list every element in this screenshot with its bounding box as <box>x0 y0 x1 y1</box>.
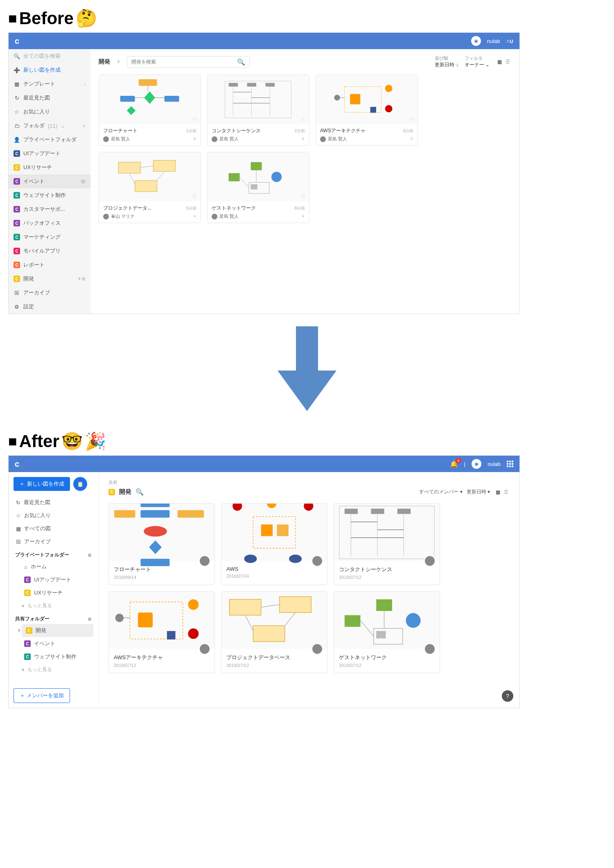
add-shared-folder[interactable]: ⊕ <box>88 616 92 622</box>
diagram-card[interactable]: ☆ AWSアーキテクチャ4分前 星島 賢人⚘ <box>316 75 418 146</box>
private-folder[interactable]: 👤 プライベートフォルダ <box>9 133 90 147</box>
list-view-button[interactable]: ☰ <box>502 488 510 496</box>
settings-item[interactable]: ⚙ 設定 <box>9 300 90 314</box>
folder-item-label: イベント <box>23 178 45 185</box>
org-icon[interactable]: ◉ <box>471 36 481 46</box>
share-gear-icon[interactable]: ⚘⚙ <box>77 276 86 282</box>
sidebar-folder-item[interactable]: Cモバイルアプリ <box>9 244 90 258</box>
sidebar-folder-item[interactable]: C開発⚘⚙ <box>9 272 90 286</box>
template-button[interactable]: 📋 <box>73 477 87 491</box>
sidebar-folder-item[interactable]: Cマーケティング <box>9 230 90 244</box>
grid-view-button[interactable]: ▦ <box>496 58 503 66</box>
svg-rect-68 <box>167 631 176 640</box>
sidebar-folder-item[interactable]: Cカスタマーサポ... <box>9 202 90 216</box>
favorites-item[interactable]: ☆ お気に入り <box>14 509 93 522</box>
card-title: ゲストネットワーク <box>339 654 435 661</box>
sidebar-folder-item[interactable]: Cレポート <box>9 258 90 272</box>
new-diagram[interactable]: ➕ 新しい図を作成 <box>9 63 90 77</box>
sidebar-folder-item[interactable]: Cウェブサイト制作 <box>9 188 90 202</box>
diagram-card[interactable]: AWSアーキテクチャ2018/07/12 <box>108 591 215 673</box>
all-diagrams-item[interactable]: ▦ すべての図 <box>14 522 93 535</box>
favorite-star-icon[interactable]: ☆ <box>192 193 197 199</box>
folder-header[interactable]: 🗀 フォルダ (11) ⌄ + <box>9 119 90 133</box>
folder-badge-icon: C <box>14 192 20 199</box>
owner-avatar[interactable] <box>199 643 210 655</box>
search-icon: 🔍 <box>14 53 20 59</box>
favorite-star-icon[interactable]: ☆ <box>192 115 197 122</box>
search-icon[interactable]: 🔍 <box>135 488 144 496</box>
diagram-card[interactable]: ☆ フローチャート1分前 星島 賢人⚘ <box>99 75 201 146</box>
diagram-card[interactable]: フローチャート2018/09/14 <box>108 503 215 585</box>
gear-icon[interactable]: ⚙ <box>81 179 86 185</box>
svg-rect-50 <box>261 524 273 536</box>
sidebar-folder-item[interactable]: Cイベント⚙ <box>9 174 90 188</box>
favorite-star-icon[interactable]: ☆ <box>409 115 414 122</box>
diagram-card[interactable]: コンタクトシーケンス2018/07/12 <box>334 503 440 585</box>
svg-rect-40 <box>140 510 169 518</box>
owner-avatar[interactable] <box>424 643 436 655</box>
add-private-folder[interactable]: ⊕ <box>88 552 92 558</box>
search-box[interactable]: 🔍 <box>127 56 250 68</box>
member-filter[interactable]: すべてのメンバー ▾ <box>419 488 462 495</box>
svg-rect-41 <box>114 510 135 518</box>
add-folder-icon[interactable]: + <box>82 123 86 129</box>
sidebar-folder-item[interactable]: Cウェブサイト制作 <box>22 650 93 663</box>
sort-control[interactable]: 並び順 更新日時 ↓ <box>435 55 458 68</box>
add-member-button[interactable]: ＋ メンバーを追加 <box>14 688 70 703</box>
breadcrumb[interactable]: 共有 <box>108 479 510 486</box>
private-more[interactable]: ▾ もっと見る <box>14 599 93 612</box>
sort-control[interactable]: 更新日時 ▾ <box>467 488 490 495</box>
owner-avatar[interactable] <box>312 555 323 567</box>
diagram-card[interactable]: ☆ プロジェクトデータ...5分前 峯山 マリナ⚘ <box>99 152 201 223</box>
templates-item[interactable]: ▦ テンプレート › <box>9 77 90 91</box>
folder-badge-icon: C <box>24 576 31 583</box>
search-all[interactable]: 🔍 全ての図を検索 <box>9 49 90 63</box>
card-thumbnail: ☆ <box>316 75 418 124</box>
user-name[interactable]: nulab <box>488 461 501 467</box>
archive-item[interactable]: ☒ アーカイブ <box>9 286 90 300</box>
svg-point-48 <box>304 503 313 511</box>
owner-avatar[interactable] <box>424 555 436 567</box>
favorite-star-icon[interactable]: ☆ <box>300 193 306 199</box>
diagram-card[interactable]: プロジェクトデータベース2018/07/12 <box>221 591 327 673</box>
search-input[interactable] <box>131 59 237 65</box>
app-logo[interactable]: c <box>15 459 19 469</box>
org-icon[interactable]: ◉ <box>472 459 481 469</box>
sidebar-folder-item[interactable]: ⌂ホーム <box>22 560 93 573</box>
card-author: 峯山 マリナ <box>111 213 135 219</box>
filter-control[interactable]: フィルタ オーナー ⌄ <box>465 55 490 68</box>
sidebar-folder-item[interactable]: CUIアップデート <box>9 147 90 160</box>
diagram-card[interactable]: ☆ ゲストネットワーク8分前 星島 賢人⚘ <box>207 152 309 223</box>
svg-point-23 <box>334 95 340 100</box>
owner-avatar[interactable] <box>199 555 210 567</box>
sidebar-folder-item[interactable]: CUXリサーチ <box>9 160 90 174</box>
svg-marker-3 <box>144 91 156 104</box>
app-logo[interactable]: c <box>15 36 19 46</box>
sidebar-folder-item[interactable]: CUIアップデート <box>22 573 93 586</box>
user-name[interactable]: nulab <box>487 38 500 44</box>
new-diagram-button[interactable]: ＋ 新しい図を作成 <box>14 477 70 491</box>
sidebar-folder-item[interactable]: CUXリサーチ <box>22 586 93 599</box>
sort-arrow-icon: ↓ <box>456 62 458 68</box>
help-button[interactable]: ? <box>502 690 513 702</box>
owner-avatar[interactable] <box>312 643 323 655</box>
archive-item[interactable]: ☒ アーカイブ <box>14 535 93 548</box>
folder-badge-icon: C <box>24 590 31 596</box>
recent-item[interactable]: ↻ 最近見た図 <box>9 91 90 105</box>
list-view-button[interactable]: ☰ <box>504 58 511 66</box>
diagram-card[interactable]: AWS2018/07/24 <box>221 503 327 585</box>
favorites-item[interactable]: ☆ お気に入り <box>9 105 90 119</box>
diagram-card[interactable]: ゲストネットワーク2018/07/12 <box>334 591 440 673</box>
grid-view-button[interactable]: ▦ <box>494 488 501 496</box>
favorite-star-icon[interactable]: ☆ <box>300 115 306 122</box>
search-icon: 🔍 <box>237 58 245 66</box>
archive-label: アーカイブ <box>23 289 50 296</box>
sidebar-folder-item[interactable]: Cイベント <box>22 637 93 650</box>
diagram-card[interactable]: ☆ コンタクトシーケンス2分前 星島 賢人⚘ <box>207 75 309 146</box>
notification-bell[interactable]: 🔔 4 <box>450 460 458 468</box>
sidebar-folder-item[interactable]: Cバックオフィス <box>9 216 90 230</box>
apps-grid-icon[interactable] <box>507 461 513 467</box>
shared-more[interactable]: ▾ もっと見る <box>14 663 93 676</box>
recent-item[interactable]: ↻ 最近見た図 <box>14 496 93 509</box>
sidebar-folder-item[interactable]: ⚘C開発 <box>22 624 93 637</box>
